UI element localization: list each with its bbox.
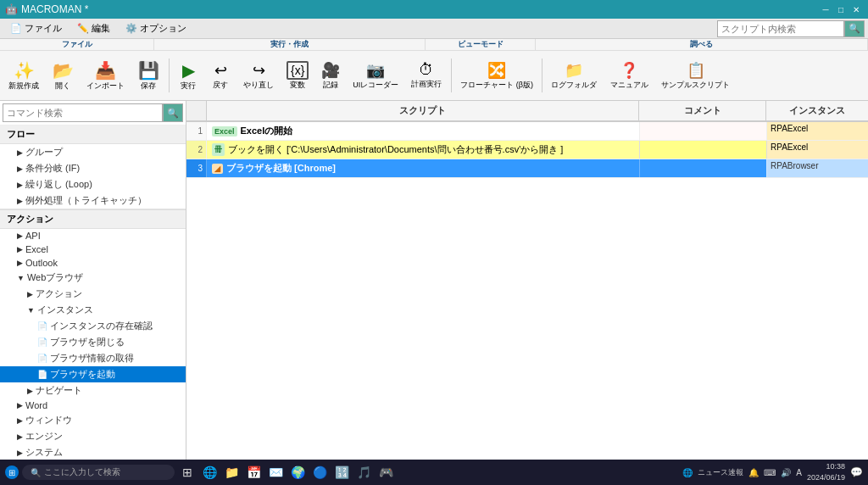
menubar: 📄 ファイル ✏️ 編集 ⚙️ オプション 🔍	[0, 19, 868, 39]
table-row[interactable]: 3 ◢ ブラウザを起動 [Chrome] RPABrowser	[186, 159, 868, 178]
explorer-button[interactable]: 📁	[222, 463, 241, 482]
sidebar-item-label: インスタンスの存在確認	[50, 320, 153, 332]
execute-button[interactable]: ▶ 実行	[173, 59, 203, 93]
search-box: 🔍	[717, 20, 865, 37]
scheduled-execute-button[interactable]: ⏱ 計画実行	[405, 59, 448, 92]
command-search-button[interactable]: 🔍	[163, 103, 183, 122]
table-row[interactable]: 2 冊 ブックを開く ['C:\Users\Administrator\Docu…	[186, 141, 868, 159]
search-button[interactable]: 🔍	[844, 20, 865, 37]
open-icon: 📂	[53, 60, 74, 81]
arrow-icon: ▶	[27, 387, 33, 395]
menu-edit[interactable]: ✏️ 編集	[70, 20, 117, 36]
mail-button[interactable]: ✉️	[266, 463, 285, 482]
sample-script-icon: 📋	[687, 61, 705, 80]
open-button[interactable]: 📂 開く	[46, 59, 80, 93]
log-folder-button[interactable]: 📁 ログフォルダ	[546, 59, 602, 92]
book-icon: 冊	[212, 143, 225, 156]
script-search-input[interactable]	[717, 20, 844, 37]
app-title: MACROMAN *	[21, 3, 88, 15]
arrow-icon: ▶	[17, 401, 23, 410]
sidebar-item-api[interactable]: ▶ API	[0, 229, 186, 242]
manual-button[interactable]: ❓ マニュアル	[604, 59, 654, 92]
row-script-content: 冊 ブックを開く ['C:\Users\Administrator\Docume…	[207, 141, 639, 159]
sidebar-item-instance[interactable]: ▼ インスタンス	[0, 302, 186, 318]
menu-file[interactable]: 📄 ファイル	[3, 20, 69, 36]
arrow-icon: ▶	[17, 259, 23, 267]
redo-button[interactable]: ↪ やり直し	[237, 59, 280, 92]
sidebar-item-window[interactable]: ▶ ウィンドウ	[0, 412, 186, 428]
ribbon: ファイル 実行・作成 ビューモード 調べる ✨ 新規作成 📂 開く 📥 インポー…	[0, 39, 868, 101]
windows-button[interactable]: ⊞	[5, 465, 19, 479]
calendar-button[interactable]: 📅	[244, 463, 263, 482]
execute-icon: ▶	[182, 60, 195, 81]
sidebar-item-loop[interactable]: ▶ 繰り返し (Loop)	[0, 176, 186, 192]
sidebar-item-if[interactable]: ▶ 条件分岐 (IF)	[0, 160, 186, 176]
media-button[interactable]: 🎵	[354, 463, 373, 482]
sample-script-button[interactable]: 📋 サンプルスクリプト	[656, 59, 735, 92]
sidebar-search-bar: 🔍	[0, 101, 186, 125]
ribbon-section-labels: ファイル 実行・作成 ビューモード 調べる	[0, 39, 868, 51]
sidebar-item-engine[interactable]: ▶ エンジン	[0, 428, 186, 444]
sidebar-item-label: ウィンドウ	[25, 414, 72, 426]
sidebar-item-system[interactable]: ▶ システム	[0, 444, 186, 460]
undo-button[interactable]: ↩ 戻す	[205, 59, 236, 92]
browser-button[interactable]: 🌍	[288, 463, 307, 482]
undo-icon: ↩	[214, 61, 227, 80]
sidebar-item-close-browser[interactable]: 📄 ブラウザを閉じる	[0, 334, 186, 350]
table-row[interactable]: 1 Excel Excelの開始 RPAExcel	[186, 122, 868, 141]
command-search-input[interactable]	[3, 103, 163, 122]
import-button[interactable]: 📥 インポート	[81, 59, 130, 93]
sidebar-item-label: インスタンス	[37, 304, 93, 316]
news-label: ニュース速報	[698, 467, 743, 478]
save-icon: 💾	[138, 60, 159, 81]
sidebar-item-group[interactable]: ▶ グループ	[0, 144, 186, 160]
taskbar: ⊞ 🔍 ここに入力して検索 ⊞ 🌐 📁 📅 ✉️ 🌍 🔵 🔢 🎵 🎮 🌐 ニュー…	[0, 460, 868, 485]
sidebar-item-navigate[interactable]: ▶ ナビゲート	[0, 382, 186, 399]
sidebar-item-excel[interactable]: ▶ Excel	[0, 242, 186, 256]
record-button[interactable]: 🎥 記録	[315, 59, 346, 92]
sidebar-item-launch-browser[interactable]: 📄 ブラウザを起動	[0, 366, 186, 382]
sidebar-item-outlook[interactable]: ▶ Outlook	[0, 256, 186, 270]
row-instance: RPAExcel	[766, 141, 868, 159]
ui-recorder-button[interactable]: 📷 UIレコーダー	[348, 59, 403, 92]
close-button[interactable]: ✕	[849, 3, 863, 16]
task-view-button[interactable]: ⊞	[178, 463, 197, 482]
sidebar-item-word[interactable]: ▶ Word	[0, 399, 186, 412]
sidebar-item-browser-info[interactable]: 📄 ブラウザ情報の取得	[0, 350, 186, 366]
sidebar-item-label: 例外処理（トライキャッチ）	[25, 194, 147, 207]
sidebar-item-label: エンジン	[25, 430, 63, 443]
sidebar-item-trycatch[interactable]: ▶ 例外処理（トライキャッチ）	[0, 192, 186, 209]
calculator-button[interactable]: 🔢	[332, 463, 351, 482]
maximize-button[interactable]: □	[834, 3, 848, 16]
row-number: 2	[186, 141, 207, 159]
flowchart-button[interactable]: 🔀 フローチャート (β版)	[455, 59, 538, 92]
ribbon-divider-3	[542, 59, 542, 92]
flowchart-icon: 🔀	[487, 61, 506, 80]
main-area: 🔍 フロー ▶ グループ ▶ 条件分岐 (IF) ▶ 繰り返し (Loop) ▶…	[0, 101, 868, 460]
chrome-button[interactable]: 🔵	[310, 463, 329, 482]
sidebar-item-label: システム	[25, 446, 63, 459]
sidebar-item-webbrowser[interactable]: ▼ Webブラウザ	[0, 270, 186, 286]
redo-icon: ↪	[253, 61, 265, 80]
save-button[interactable]: 💾 保存	[131, 59, 165, 93]
sidebar-item-label: アクション	[36, 287, 82, 300]
new-button[interactable]: ✨ 新規作成	[3, 59, 44, 93]
minimize-button[interactable]: ─	[819, 3, 832, 16]
menu-options[interactable]: ⚙️ オプション	[119, 20, 193, 36]
row-comment	[639, 159, 766, 177]
speaker-icon[interactable]: 🔊	[781, 468, 791, 477]
row-num-header	[186, 101, 207, 120]
sidebar-item-label: ナビゲート	[36, 384, 82, 397]
sidebar: 🔍 フロー ▶ グループ ▶ 条件分岐 (IF) ▶ 繰り返し (Loop) ▶…	[0, 101, 186, 460]
sidebar-item-check-instance[interactable]: 📄 インスタンスの存在確認	[0, 318, 186, 334]
taskbar-search-box[interactable]: 🔍 ここに入力して検索	[22, 465, 175, 480]
notification-icon[interactable]: 💬	[850, 466, 863, 478]
sidebar-item-actions[interactable]: ▶ アクション	[0, 286, 186, 302]
variable-button[interactable]: {x} 変数	[281, 59, 314, 92]
record-icon: 🎥	[321, 61, 340, 80]
ribbon-label-view: ビューモード	[426, 39, 536, 50]
notification-bell-icon[interactable]: 🔔	[748, 468, 759, 477]
sidebar-item-label: Outlook	[25, 258, 58, 268]
game-button[interactable]: 🎮	[376, 463, 395, 482]
edge-button[interactable]: 🌐	[200, 463, 219, 482]
